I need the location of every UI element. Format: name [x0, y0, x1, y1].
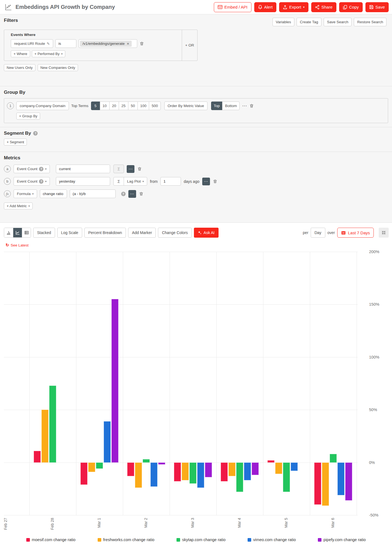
legend-swatch: [26, 538, 30, 542]
gridline-horizontal: [4, 357, 358, 357]
gridline-vertical: [357, 252, 357, 515]
order-bottom-option[interactable]: Bottom: [222, 102, 240, 110]
legend-item[interactable]: skytap.com change ratio: [176, 538, 225, 542]
filter-value-label: /v1/embeddings/generate: [82, 41, 124, 46]
metric-b-type-dropdown[interactable]: Event Count ? ▾: [14, 177, 50, 186]
legend-item[interactable]: freshworks.com change ratio: [98, 538, 154, 542]
group-by-more-button[interactable]: ⋯: [242, 103, 247, 109]
term-option-25[interactable]: 25: [119, 102, 128, 110]
segment-by-section: Segment By ? + Segment: [0, 127, 392, 152]
x-axis-tick-label: Feb 28: [50, 518, 54, 530]
header: Embeddings API Growth by Company Embed /…: [0, 0, 392, 14]
metric-b-more-button[interactable]: ⋯: [202, 178, 210, 185]
restore-search-button[interactable]: Restore Search: [354, 18, 386, 26]
metrics-section: Metrics a Event Count ? ▾ Σ ⋯ b Event Co…: [0, 152, 392, 223]
legend-item[interactable]: pipefy.com change ratio: [318, 538, 366, 542]
bar-vimeo-Mar-4: [244, 463, 251, 481]
term-option-500[interactable]: 500: [149, 102, 161, 110]
bar-moesif-Mar-4: [221, 463, 228, 482]
top-terms-segmented: 5 10 20 25 50 100 500: [91, 102, 161, 110]
gridline-vertical: [310, 252, 310, 515]
remove-value-icon[interactable]: ×: [127, 41, 129, 46]
bar-pipefy-Mar-6: [345, 463, 352, 500]
add-or-button[interactable]: + OR: [182, 30, 197, 61]
group-by-field-button[interactable]: company.Company Domain: [16, 102, 69, 110]
legend-item[interactable]: moesif.com change ratio: [26, 538, 76, 542]
delete-metric-b-button[interactable]: [213, 179, 217, 184]
bar-freshworks-Mar-4: [229, 463, 235, 476]
export-button[interactable]: Export ▾: [279, 2, 308, 12]
save-button[interactable]: Save: [365, 2, 389, 12]
metric-b-sigma-button[interactable]: Σ: [113, 177, 124, 186]
metric-b-lag-plot-dropdown[interactable]: Lag Plot ▾: [124, 177, 147, 186]
variables-button[interactable]: Variables: [272, 18, 294, 26]
formula-name-input[interactable]: [40, 189, 67, 198]
help-icon: ?: [121, 192, 126, 196]
new-users-only-button[interactable]: New Users Only: [4, 64, 35, 71]
metric-a-more-button[interactable]: ⋯: [127, 165, 134, 173]
term-option-50[interactable]: 50: [128, 102, 138, 110]
gridline-horizontal: [4, 304, 358, 305]
bar-moesif-Mar-2: [127, 463, 134, 476]
pencil-icon: ✎: [47, 41, 50, 46]
y-axis-tick-label: -50%: [369, 513, 378, 517]
delete-filter-button[interactable]: [139, 41, 144, 46]
copy-button[interactable]: Copy: [339, 2, 363, 12]
order-top-option[interactable]: Top: [211, 102, 223, 110]
term-option-5[interactable]: 5: [91, 102, 100, 110]
bar-freshworks-Mar-3: [182, 463, 189, 481]
chart-area: 200%150%100%50%0%-50%Feb 27Feb 28Mar 1Ma…: [0, 223, 392, 553]
bar-moesif-Feb-28: [34, 451, 41, 463]
filter-operator[interactable]: is: [55, 39, 76, 48]
events-where-label: Events Where: [11, 33, 178, 37]
metric-b-name-input[interactable]: [56, 177, 110, 186]
add-where-button[interactable]: + Where: [11, 50, 30, 57]
embed-api-button[interactable]: Embed / API: [214, 2, 251, 12]
term-option-20[interactable]: 20: [109, 102, 119, 110]
save-search-button[interactable]: Save Search: [324, 18, 352, 26]
chevron-down-icon: ▾: [32, 192, 34, 195]
bar-skytap-Mar-1: [96, 463, 103, 469]
chart-panel: Stacked Log Scale Percent Breakdown Add …: [0, 223, 392, 553]
formula-expression-input[interactable]: [70, 189, 116, 198]
create-tag-button[interactable]: Create Tag: [297, 18, 321, 26]
save-icon: [369, 5, 373, 9]
metric-a-type-dropdown[interactable]: Event Count ? ▾: [14, 165, 50, 173]
order-by-metric-button[interactable]: Order By Metric Value: [164, 102, 207, 110]
legend-label: moesif.com change ratio: [32, 538, 76, 542]
formula-more-button[interactable]: ⋯: [128, 190, 136, 198]
delete-formula-button[interactable]: [139, 191, 144, 196]
legend-item[interactable]: vimeo.com change ratio: [248, 538, 296, 542]
y-axis-tick-label: 50%: [369, 407, 377, 412]
metric-a-badge: a: [4, 165, 11, 172]
metric-a-aggregation-button[interactable]: Σ: [113, 165, 124, 173]
formula-type-dropdown[interactable]: Formula ▾: [14, 189, 37, 198]
bar-pipefy-Mar-4: [252, 463, 259, 475]
metric-a-name-input[interactable]: [56, 165, 110, 173]
term-option-10[interactable]: 10: [100, 102, 110, 110]
bar-skytap-Mar-3: [189, 463, 196, 484]
share-button[interactable]: Share: [311, 2, 336, 12]
term-option-100[interactable]: 100: [137, 102, 149, 110]
y-axis-tick-label: 0%: [369, 460, 375, 465]
delete-metric-a-button[interactable]: [137, 167, 142, 171]
bar-pipefy-Mar-3: [205, 463, 212, 477]
new-companies-only-button[interactable]: New Companies Only: [38, 64, 78, 71]
chevron-down-icon: ▾: [45, 180, 46, 183]
export-icon: [283, 5, 287, 9]
lag-days-input[interactable]: [160, 177, 181, 186]
bar-skytap-Mar-5: [283, 463, 290, 492]
metric-b-type-label: Event Count: [17, 179, 37, 183]
lag-plot-label: Lag Plot: [127, 179, 141, 183]
add-segment-button[interactable]: + Segment: [4, 139, 27, 146]
gridline-vertical: [123, 252, 123, 515]
filter-value-box[interactable]: /v1/embeddings/generate ×: [79, 39, 137, 48]
delete-group-by-button[interactable]: [249, 103, 254, 108]
add-performed-by-button[interactable]: + Performed By ▾: [32, 50, 66, 57]
alert-button[interactable]: Alert: [254, 2, 277, 12]
add-group-by-button[interactable]: + Group By: [16, 113, 40, 120]
add-metric-button[interactable]: + Add Metric ▾: [4, 202, 33, 209]
bar-vimeo-Mar-1: [104, 421, 111, 463]
gridline-vertical: [29, 252, 30, 515]
filter-field-button[interactable]: request.URI Route ✎: [11, 39, 53, 48]
